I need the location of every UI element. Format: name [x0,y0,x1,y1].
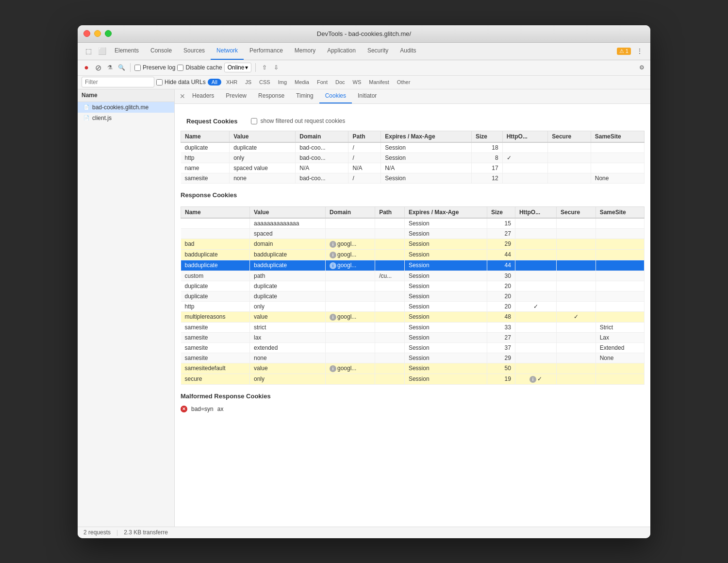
titlebar: DevTools - bad-cookies.glitch.me/ [78,25,650,43]
download-icon[interactable]: ⇩ [271,63,281,72]
table-row[interactable]: samesitenonebad-coo.../Session12None [181,173,645,183]
table-row[interactable]: samesitestrictSession33Strict [181,322,645,332]
filter-other[interactable]: Other [394,78,414,86]
throttle-select[interactable]: Online ▾ [224,63,252,72]
panel-close-button[interactable]: ✕ [179,92,186,100]
device-icon[interactable]: ⬜ [95,44,109,58]
request-cookies-header-row: Name Value Domain Path Expires / Max-Age… [181,131,645,142]
request-cookies-table: Name Value Domain Path Expires / Max-Age… [181,131,645,184]
cursor-icon[interactable]: ⬚ [82,44,95,58]
table-row[interactable]: multiplereasonsvalueigoogl...Session48✓ [181,311,645,322]
panel-tab-bar: ✕ Headers Preview Response Timing Cookie… [175,89,650,104]
filter-all[interactable]: All [208,79,221,85]
filter-media[interactable]: Media [292,78,312,86]
col-expires: Expires / Max-Age [381,131,472,142]
window-title: DevTools - bad-cookies.glitch.me/ [317,30,411,37]
table-row[interactable]: aaaaaaaaaaaaaaSession15 [181,218,645,229]
table-row[interactable]: samesitelaxSession27Lax [181,332,645,342]
panel-tab-response[interactable]: Response [252,89,290,103]
resp-col-domain: Domain [325,206,375,218]
malformed-item: ✕ bad=syn ax [181,404,645,414]
tab-sources[interactable]: Sources [178,43,211,60]
show-filtered-checkbox[interactable] [251,118,257,124]
preserve-log-label[interactable]: Preserve log [134,64,175,71]
hide-data-urls-label[interactable]: Hide data URLs [156,79,206,85]
table-row[interactable]: duplicateduplicatebad-coo.../Session18 [181,142,645,153]
filter-css[interactable]: CSS [256,78,273,86]
minimize-button[interactable] [94,30,101,37]
preserve-log-checkbox[interactable] [134,65,141,71]
table-row[interactable]: namespaced valueN/AN/AN/A17 [181,163,645,173]
devtools-window: DevTools - bad-cookies.glitch.me/ ⬚ ⬜ El… [78,25,650,538]
tab-audits[interactable]: Audits [394,43,422,60]
record-button[interactable]: ● [82,63,91,72]
sidebar-item-bad-cookies[interactable]: 📄 bad-cookies.glitch.me [78,102,174,113]
filter-icon[interactable]: ⚗ [105,63,115,72]
filter-ws[interactable]: WS [350,78,364,86]
more-options-icon[interactable]: ⋮ [633,44,646,58]
upload-icon[interactable]: ⇧ [260,63,269,72]
sidebar: Name 📄 bad-cookies.glitch.me 📄 client.js [78,89,175,527]
table-row[interactable]: custompath/cu...Session30 [181,271,645,281]
filter-bar: Hide data URLs All XHR JS CSS Img Media … [78,76,650,89]
table-row[interactable]: duplicateduplicateSession20 [181,281,645,291]
col-domain: Domain [296,131,348,142]
tab-memory[interactable]: Memory [289,43,321,60]
error-icon: ✕ [181,406,187,412]
hide-data-urls-checkbox[interactable] [156,79,163,85]
table-row[interactable]: badduplicatebadduplicateigoogl...Session… [181,260,645,271]
response-cookies-title: Response Cookies [181,191,645,203]
tab-console[interactable]: Console [145,43,178,60]
close-button[interactable] [83,30,90,37]
resp-col-expires: Expires / Max-Age [404,206,487,218]
filter-input[interactable] [82,77,154,87]
table-row[interactable]: baddomainigoogl...Session29 [181,239,645,249]
table-row[interactable]: samesitedefaultvalueigoogl...Session50 [181,363,645,374]
table-row[interactable]: httponlySession20✓ [181,301,645,311]
warning-badge[interactable]: ⚠ 1 [617,48,631,55]
malformed-title: Malformed Response Cookies [181,392,645,400]
page-file-icon: 📄 [83,104,89,110]
table-row[interactable]: spacedSession27 [181,228,645,239]
panel-tab-timing[interactable]: Timing [290,89,319,103]
tab-elements[interactable]: Elements [109,43,145,60]
panel-tab-initiator[interactable]: Initiator [352,89,382,103]
table-row[interactable]: samesiteextendedSession37Extended [181,342,645,353]
show-filtered-label[interactable]: show filtered out request cookies [251,118,345,124]
settings-icon[interactable]: ⚙ [637,63,646,72]
separator-2 [255,63,256,72]
col-path: Path [348,131,381,142]
search-icon[interactable]: 🔍 [116,63,126,72]
separator-1 [130,63,131,72]
disable-cache-label[interactable]: Disable cache [177,64,222,71]
main-content: Name 📄 bad-cookies.glitch.me 📄 client.js… [78,89,650,527]
filter-manifest[interactable]: Manifest [366,78,392,86]
tab-performance[interactable]: Performance [244,43,289,60]
filter-font[interactable]: Font [314,78,331,86]
resp-col-secure: Secure [557,206,596,218]
panel-tab-cookies[interactable]: Cookies [319,89,352,103]
tab-application[interactable]: Application [321,43,362,60]
table-row[interactable]: duplicateduplicateSession20 [181,291,645,301]
resp-col-value: Value [250,206,326,218]
disable-cache-checkbox[interactable] [177,65,183,71]
tab-security[interactable]: Security [362,43,394,60]
js-file-icon: 📄 [83,115,89,120]
filter-xhr[interactable]: XHR [223,78,240,86]
panel-tab-headers[interactable]: Headers [186,89,220,103]
table-row[interactable]: badduplicatebadduplicateigoogl...Session… [181,249,645,260]
filter-doc[interactable]: Doc [332,78,348,86]
table-row[interactable]: secureonlySession19i✓ [181,374,645,384]
tab-network[interactable]: Network [211,43,244,60]
table-row[interactable]: httponlybad-coo.../Session8✓ [181,153,645,163]
sidebar-item-client-js[interactable]: 📄 client.js [78,113,174,123]
malformed-bad-syn: bad=syn [191,406,214,412]
col-value: Value [230,131,296,142]
clear-button[interactable]: ⊘ [93,63,103,72]
panel-tab-preview[interactable]: Preview [220,89,252,103]
maximize-button[interactable] [105,30,112,37]
filter-js[interactable]: JS [242,78,254,86]
table-row[interactable]: samesitenoneSession29None [181,353,645,363]
filter-img[interactable]: Img [275,78,290,86]
malformed-ax: ax [217,406,224,412]
